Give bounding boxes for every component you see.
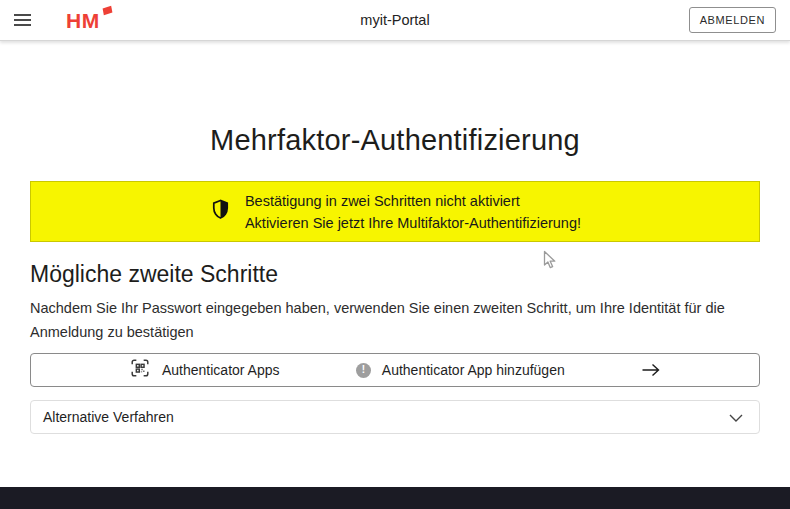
authenticator-apps-row[interactable]: Authenticator Apps ! Authenticator App h… — [30, 353, 760, 387]
alternative-methods-label: Alternative Verfahren — [43, 409, 174, 425]
footer-bar — [0, 487, 790, 509]
main-content: Mehrfaktor-Authentifizierung Bestätigung… — [30, 121, 760, 434]
authenticator-status-cell: ! Authenticator App hinzufügen — [356, 362, 565, 378]
menu-button[interactable] — [14, 6, 42, 34]
hamburger-icon — [14, 14, 31, 16]
app-title: myit-Portal — [0, 12, 790, 28]
mfa-alert-banner: Bestätigung in zwei Schritten nicht akti… — [30, 181, 760, 242]
info-icon: ! — [356, 363, 371, 378]
hm-flag-icon — [102, 5, 112, 15]
alternative-methods-row[interactable]: Alternative Verfahren — [30, 400, 760, 434]
logout-button[interactable]: ABMELDEN — [689, 7, 776, 33]
chevron-down-icon — [729, 408, 743, 426]
app-header: HM myit-Portal ABMELDEN — [0, 0, 790, 41]
page-title: Mehrfaktor-Authentifizierung — [30, 121, 760, 159]
authenticator-label-cell: Authenticator Apps — [129, 357, 280, 383]
hm-logo-text: HM — [66, 9, 100, 32]
qr-code-scanner-icon — [129, 357, 151, 383]
section-description: Nachdem Sie Ihr Passwort eingegeben habe… — [30, 296, 760, 344]
alert-line-1: Bestätigung in zwei Schritten nicht akti… — [245, 190, 581, 212]
section-heading: Mögliche zweite Schritte — [30, 260, 760, 288]
authenticator-status-label: Authenticator App hinzufügen — [382, 362, 565, 378]
authenticator-apps-label: Authenticator Apps — [162, 362, 280, 378]
alert-text: Bestätigung in zwei Schritten nicht akti… — [245, 190, 581, 234]
hm-logo[interactable]: HM — [66, 10, 100, 31]
alert-line-2: Aktivieren Sie jetzt Ihre Multifaktor-Au… — [245, 212, 581, 234]
shield-half-icon — [209, 198, 232, 225]
arrow-right-icon[interactable] — [641, 362, 661, 378]
